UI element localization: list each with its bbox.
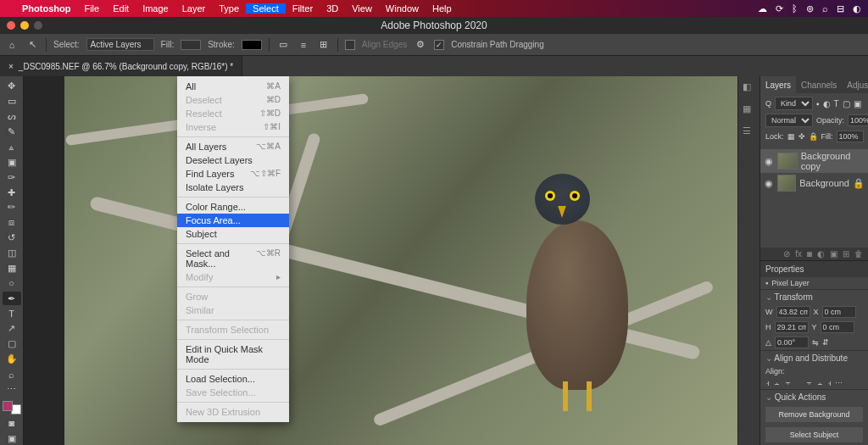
- heal-tool[interactable]: ✚: [3, 186, 21, 199]
- close-button[interactable]: [7, 21, 15, 30]
- menu-item[interactable]: Select and Mask...⌥⌘R: [177, 247, 289, 270]
- document-canvas[interactable]: [64, 76, 737, 445]
- menu-item[interactable]: Subject: [177, 227, 289, 241]
- gear-icon[interactable]: ⚙: [414, 38, 427, 52]
- visibility-icon[interactable]: ◉: [764, 178, 774, 189]
- menu-item[interactable]: All⌘A: [177, 80, 289, 93]
- menu-type[interactable]: Type: [212, 3, 246, 14]
- menu-item[interactable]: Find Layers⌥⇧⌘F: [177, 167, 289, 181]
- align-icon[interactable]: ≡: [297, 38, 310, 52]
- menu-3d[interactable]: 3D: [320, 3, 345, 14]
- lock-position-icon[interactable]: ✜: [798, 132, 805, 141]
- swatches-panel-icon[interactable]: ▦: [743, 103, 756, 117]
- blur-tool[interactable]: ○: [3, 276, 21, 290]
- delete-layer-icon[interactable]: 🗑: [854, 249, 863, 259]
- edit-toolbar[interactable]: ⋯: [3, 383, 21, 397]
- align-right-icon[interactable]: ⫟: [784, 379, 792, 387]
- tab-adjustments[interactable]: Adjustments: [842, 76, 868, 93]
- menu-item[interactable]: All Layers⌥⌘A: [177, 140, 289, 153]
- y-input[interactable]: [821, 321, 854, 333]
- properties-header[interactable]: Properties: [760, 260, 868, 277]
- control-center-icon[interactable]: ⊟: [837, 3, 844, 14]
- gradient-tool[interactable]: ▦: [3, 262, 21, 275]
- layer-row[interactable]: ◉ Background copy: [760, 149, 868, 173]
- history-brush-tool[interactable]: ↺: [3, 231, 21, 245]
- align-bottom-icon[interactable]: ⫞: [827, 379, 832, 387]
- layer-filter-kind[interactable]: Kind: [775, 97, 813, 110]
- document-tab[interactable]: ×_DSC0985.NEF @ 66.7% (Background copy, …: [0, 56, 242, 76]
- fill-swatch[interactable]: [181, 40, 201, 50]
- menu-layer[interactable]: Layer: [175, 3, 213, 14]
- menu-select[interactable]: Select: [246, 3, 286, 14]
- layer-fx-icon[interactable]: fx: [795, 249, 802, 259]
- color-panel-icon[interactable]: ◧: [743, 81, 756, 95]
- tab-layers[interactable]: Layers: [760, 76, 796, 93]
- quick-mask-toggle[interactable]: ◙: [3, 416, 21, 430]
- bluetooth-icon[interactable]: ᛒ: [792, 3, 798, 14]
- eraser-tool[interactable]: ◫: [3, 247, 21, 260]
- layer-thumbnail[interactable]: [777, 153, 797, 170]
- menu-item[interactable]: Focus Area...: [177, 214, 289, 227]
- select-layers-dropdown[interactable]: Active Layers: [86, 38, 154, 51]
- align-edges-checkbox[interactable]: [345, 40, 355, 50]
- stroke-swatch[interactable]: [242, 40, 262, 50]
- menu-filter[interactable]: Filter: [286, 3, 320, 14]
- x-input[interactable]: [822, 306, 856, 318]
- distribute-icon[interactable]: ⋯: [835, 379, 843, 387]
- align-middle-icon[interactable]: ⫠: [816, 379, 824, 387]
- layer-mask-icon[interactable]: ◙: [807, 249, 812, 259]
- layer-name[interactable]: Background: [799, 178, 849, 188]
- frame-tool[interactable]: ▣: [3, 155, 21, 169]
- wifi-icon[interactable]: ⊚: [806, 3, 814, 14]
- fill-input[interactable]: [837, 131, 864, 142]
- pen-tool[interactable]: ✒: [3, 292, 21, 305]
- align-left-icon[interactable]: ⫞: [765, 379, 770, 387]
- brush-tool[interactable]: ✏: [3, 201, 21, 214]
- layer-name[interactable]: Background copy: [801, 151, 865, 171]
- width-input[interactable]: [776, 306, 810, 318]
- menu-view[interactable]: View: [345, 3, 379, 14]
- visibility-icon[interactable]: ◉: [764, 156, 774, 167]
- new-fill-icon[interactable]: ◐: [817, 249, 825, 259]
- angle-input[interactable]: [775, 337, 809, 348]
- lasso-tool[interactable]: ᔕ: [3, 110, 21, 124]
- stamp-tool[interactable]: ⧇: [3, 216, 21, 230]
- path-ops-icon[interactable]: ▭: [276, 38, 290, 52]
- menu-item[interactable]: Edit in Quick Mask Mode: [177, 342, 289, 366]
- remove-background-button[interactable]: Remove Background: [765, 407, 863, 422]
- align-center-h-icon[interactable]: ⫠: [773, 379, 781, 387]
- align-section[interactable]: Align and Distribute: [760, 350, 868, 365]
- zoom-tool[interactable]: ⌕: [3, 368, 21, 381]
- layer-row[interactable]: ◉ Background 🔒: [760, 173, 868, 193]
- tool-preset-icon[interactable]: ↖: [25, 38, 39, 52]
- libraries-panel-icon[interactable]: ☰: [743, 125, 756, 139]
- filter-smart-icon[interactable]: ▣: [854, 99, 861, 108]
- menu-image[interactable]: Image: [136, 3, 175, 14]
- opacity-input[interactable]: [848, 114, 868, 126]
- quick-actions-section[interactable]: Quick Actions: [760, 389, 868, 404]
- minimize-button[interactable]: [20, 21, 29, 30]
- arrange-icon[interactable]: ⊞: [317, 38, 331, 52]
- crop-tool[interactable]: ⟁: [3, 141, 21, 154]
- screen-mode[interactable]: ▣: [3, 431, 21, 445]
- move-tool[interactable]: ✥: [3, 80, 21, 93]
- menu-item[interactable]: Isolate Layers: [177, 181, 289, 194]
- menu-item[interactable]: Color Range...: [177, 200, 289, 214]
- menu-edit[interactable]: Edit: [106, 3, 136, 14]
- transform-section[interactable]: Transform: [760, 289, 868, 304]
- siri-icon[interactable]: ◐: [853, 3, 861, 14]
- blend-mode-select[interactable]: Normal: [765, 114, 813, 127]
- menu-app[interactable]: Photoshop: [15, 3, 77, 14]
- marquee-tool[interactable]: ▭: [3, 95, 21, 108]
- menu-window[interactable]: Window: [379, 3, 426, 14]
- search-icon[interactable]: ⌕: [822, 3, 828, 14]
- filter-shape-icon[interactable]: ▢: [843, 99, 850, 108]
- type-tool[interactable]: T: [3, 307, 21, 320]
- menu-help[interactable]: Help: [426, 3, 459, 14]
- align-top-icon[interactable]: ⫟: [805, 379, 813, 387]
- link-layers-icon[interactable]: ⊘: [783, 249, 790, 259]
- hand-tool[interactable]: ✋: [3, 353, 21, 366]
- menu-item[interactable]: Deselect Layers: [177, 153, 289, 167]
- lock-pixels-icon[interactable]: ▦: [787, 132, 795, 141]
- flip-h-icon[interactable]: ⇋: [812, 338, 819, 347]
